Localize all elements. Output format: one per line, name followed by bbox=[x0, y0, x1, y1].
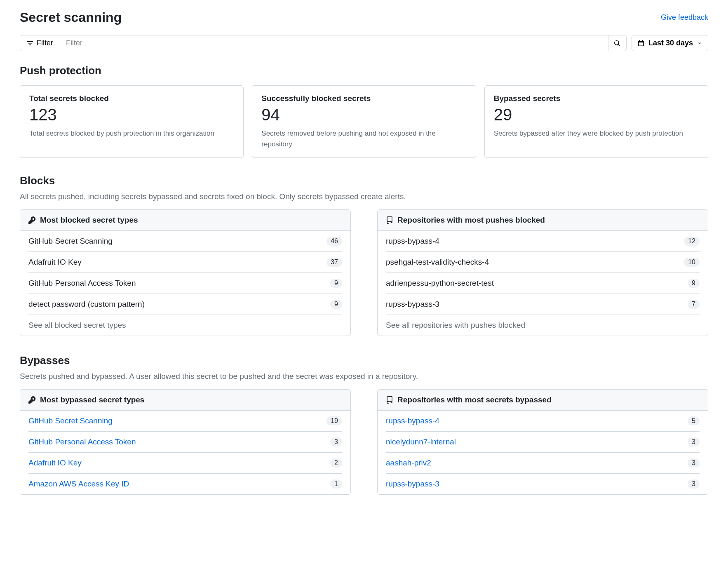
item-name: rupss-bypass-4 bbox=[386, 237, 439, 246]
panel-most-bypassed-types: Most bypassed secret types GitHub Secret… bbox=[20, 389, 351, 495]
filter-input[interactable] bbox=[60, 35, 608, 51]
panel-title: Most blocked secret types bbox=[40, 216, 138, 225]
count-badge: 9 bbox=[330, 300, 342, 309]
count-badge: 1 bbox=[330, 479, 342, 489]
item-name: psehgal-test-validity-checks-4 bbox=[386, 258, 489, 267]
stat-label: Bypassed secrets bbox=[494, 94, 699, 103]
stat-card-bypassed: Bypassed secrets 29 Secrets bypassed aft… bbox=[484, 85, 708, 158]
count-badge: 12 bbox=[684, 237, 700, 246]
item-link[interactable]: GitHub Personal Access Token bbox=[28, 437, 136, 446]
date-range-label: Last 30 days bbox=[648, 39, 693, 47]
list-item: GitHub Secret Scanning19 bbox=[28, 411, 342, 432]
stat-label: Successfully blocked secrets bbox=[261, 94, 466, 103]
count-badge: 5 bbox=[688, 416, 700, 425]
item-link[interactable]: GitHub Secret Scanning bbox=[28, 416, 113, 425]
stat-label: Total secrets blocked bbox=[29, 94, 234, 103]
bypasses-description: Secrets pushed and bypassed. A user allo… bbox=[20, 372, 708, 381]
filter-button[interactable]: Filter bbox=[20, 35, 60, 51]
count-badge: 2 bbox=[330, 458, 342, 468]
count-badge: 3 bbox=[330, 437, 342, 446]
filter-button-label: Filter bbox=[37, 39, 53, 47]
item-name: Adafruit IO Key bbox=[28, 258, 82, 267]
key-icon bbox=[28, 396, 36, 404]
blocks-heading: Blocks bbox=[20, 174, 708, 187]
item-link[interactable]: rupss-bypass-3 bbox=[386, 479, 439, 489]
item-link[interactable]: aashah-priv2 bbox=[386, 458, 431, 468]
stat-card-successfully-blocked: Successfully blocked secrets 94 Secrets … bbox=[252, 85, 476, 158]
date-range-button[interactable]: Last 30 days bbox=[632, 35, 708, 51]
list-item: Adafruit IO Key2 bbox=[28, 453, 342, 474]
filter-icon bbox=[27, 40, 33, 47]
panel-title: Most bypassed secret types bbox=[40, 395, 144, 404]
stat-value: 29 bbox=[494, 106, 699, 124]
stat-desc: Secrets bypassed after they were blocked… bbox=[494, 128, 699, 139]
stat-desc: Secrets removed before pushing and not e… bbox=[261, 128, 466, 149]
list-item: nicelydunn7-internal3 bbox=[386, 432, 700, 453]
count-badge: 3 bbox=[688, 479, 700, 489]
count-badge: 9 bbox=[688, 279, 700, 288]
bypasses-heading: Bypasses bbox=[20, 354, 708, 367]
panel-title: Repositories with most secrets bypassed bbox=[397, 395, 552, 404]
list-item: detect password (custom pattern)9 bbox=[28, 294, 342, 315]
list-item: adrienpessu-python-secret-test9 bbox=[386, 273, 700, 294]
repo-icon bbox=[386, 216, 393, 224]
search-icon bbox=[614, 40, 620, 47]
panel-most-blocked-types: Most blocked secret types GitHub Secret … bbox=[20, 209, 351, 336]
repo-icon bbox=[386, 396, 393, 404]
count-badge: 3 bbox=[688, 458, 700, 468]
item-name: GitHub Secret Scanning bbox=[28, 237, 113, 246]
panel-repos-blocked: Repositories with most pushes blocked ru… bbox=[377, 209, 708, 336]
calendar-icon bbox=[638, 40, 644, 47]
list-item: GitHub Personal Access Token9 bbox=[28, 273, 342, 294]
item-link[interactable]: rupss-bypass-4 bbox=[386, 416, 439, 425]
give-feedback-link[interactable]: Give feedback bbox=[661, 13, 708, 22]
filter-group: Filter bbox=[20, 35, 627, 51]
count-badge: 46 bbox=[326, 237, 342, 246]
item-link[interactable]: Amazon AWS Access Key ID bbox=[28, 479, 129, 489]
list-item: GitHub Secret Scanning46 bbox=[28, 231, 342, 252]
list-item: rupss-bypass-45 bbox=[386, 411, 700, 432]
item-link[interactable]: Adafruit IO Key bbox=[28, 458, 82, 468]
count-badge: 19 bbox=[326, 416, 342, 425]
push-protection-heading: Push protection bbox=[20, 64, 708, 77]
count-badge: 9 bbox=[330, 279, 342, 288]
search-button[interactable] bbox=[608, 35, 626, 51]
count-badge: 3 bbox=[688, 437, 700, 446]
stat-card-total-blocked: Total secrets blocked 123 Total secrets … bbox=[20, 85, 244, 158]
key-icon bbox=[28, 216, 36, 224]
panel-repos-bypassed: Repositories with most secrets bypassed … bbox=[377, 389, 708, 495]
item-link[interactable]: nicelydunn7-internal bbox=[386, 437, 456, 446]
list-item: rupss-bypass-412 bbox=[386, 231, 700, 252]
item-name: adrienpessu-python-secret-test bbox=[386, 279, 494, 288]
count-badge: 37 bbox=[326, 258, 342, 267]
item-name: GitHub Personal Access Token bbox=[28, 279, 136, 288]
item-name: rupss-bypass-3 bbox=[386, 300, 439, 309]
item-name: detect password (custom pattern) bbox=[28, 300, 145, 309]
list-item: GitHub Personal Access Token3 bbox=[28, 432, 342, 453]
chevron-down-icon bbox=[697, 41, 702, 46]
count-badge: 10 bbox=[684, 258, 700, 267]
stat-value: 94 bbox=[261, 106, 466, 124]
list-item: Adafruit IO Key37 bbox=[28, 252, 342, 273]
see-all-link[interactable]: See all repositories with pushes blocked bbox=[386, 315, 700, 336]
blocks-description: All secrets pushed, including secrets by… bbox=[20, 192, 708, 201]
see-all-link[interactable]: See all blocked secret types bbox=[28, 315, 342, 336]
count-badge: 7 bbox=[688, 300, 700, 309]
list-item: aashah-priv23 bbox=[386, 453, 700, 474]
stat-desc: Total secrets blocked by push protection… bbox=[29, 128, 234, 139]
stat-value: 123 bbox=[29, 106, 234, 124]
page-title: Secret scanning bbox=[20, 10, 122, 25]
list-item: Amazon AWS Access Key ID1 bbox=[28, 474, 342, 494]
list-item: rupss-bypass-37 bbox=[386, 294, 700, 315]
list-item: rupss-bypass-33 bbox=[386, 474, 700, 494]
panel-title: Repositories with most pushes blocked bbox=[397, 216, 545, 225]
list-item: psehgal-test-validity-checks-410 bbox=[386, 252, 700, 273]
